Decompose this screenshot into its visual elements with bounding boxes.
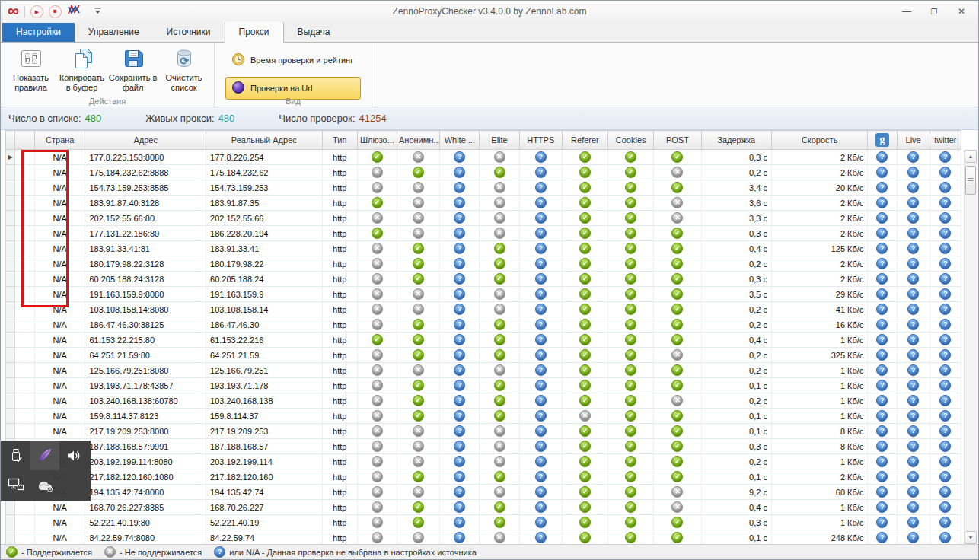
feather-icon[interactable] — [35, 446, 55, 466]
tab-sources[interactable]: Источники — [153, 23, 225, 42]
scroll-up-button[interactable]: ▲ — [965, 150, 977, 163]
proxy-row[interactable]: ▶N/A177.8.225.153:8080177.8.226.254http✓… — [6, 150, 961, 165]
proxy-row[interactable]: N/A61.153.22.215:8061.153.22.216http✓✓?✓… — [6, 332, 961, 348]
copy-to-clipboard-button[interactable]: Копировать в буфер — [56, 45, 107, 95]
row-header-cell[interactable] — [6, 378, 15, 393]
tab-settings[interactable]: Настройки — [2, 23, 75, 42]
close-button[interactable]: ✕ — [948, 3, 975, 20]
column-header-anonymous[interactable]: Анонимн... — [397, 131, 439, 150]
row-header-cell[interactable] — [6, 500, 15, 515]
select-cell[interactable] — [15, 211, 35, 226]
select-cell[interactable] — [15, 424, 35, 439]
usb-device-icon[interactable] — [8, 447, 24, 464]
column-header-cookies[interactable]: Cookies — [608, 131, 654, 150]
proxy-row[interactable]: N/A60.205.188.24:312860.205.188.24http✕✓… — [6, 272, 961, 287]
select-cell[interactable] — [15, 150, 35, 165]
proxy-row[interactable]: N/A193.193.71.178:43857193.193.71.178htt… — [6, 378, 961, 393]
select-cell[interactable] — [15, 302, 35, 317]
select-cell[interactable] — [15, 256, 35, 272]
column-header-address[interactable]: Адрес — [85, 131, 206, 150]
tab-output[interactable]: Выдача — [284, 23, 344, 42]
select-cell[interactable] — [15, 515, 35, 530]
row-header-cell[interactable] — [6, 165, 15, 180]
column-header-live[interactable]: Live — [897, 131, 930, 150]
row-header-cell[interactable] — [6, 287, 15, 302]
check-time-rating-button[interactable]: Время проверки и рейтинг — [225, 49, 361, 72]
select-cell[interactable] — [15, 348, 35, 363]
proxy-row[interactable]: N/A177.131.22.186:80186.228.20.194http✓✕… — [6, 226, 961, 241]
row-header-cell[interactable] — [6, 424, 15, 439]
show-rules-button[interactable]: Показать правила — [5, 45, 56, 95]
select-cell[interactable] — [15, 241, 35, 256]
column-header-type[interactable]: Тип — [322, 131, 357, 150]
proxy-row[interactable]: N/A159.8.114.37:8123159.8.114.37http✕✓?✓… — [6, 409, 961, 424]
proxy-row[interactable]: N/A52.221.40.19:8052.221.40.19http✕✓?✓?✓… — [6, 515, 961, 530]
proxy-row[interactable]: N/A191.163.159.9:8080191.163.159.9http✕✕… — [6, 287, 961, 302]
row-header-cell[interactable] — [6, 317, 15, 332]
column-header-post[interactable]: POST — [654, 131, 701, 150]
select-cell[interactable] — [15, 317, 35, 332]
customize-toolbar-icon[interactable] — [94, 5, 102, 18]
row-header-cell[interactable] — [6, 272, 15, 287]
vertical-scrollbar[interactable]: ▲ ▼ — [964, 150, 977, 544]
select-cell[interactable] — [15, 287, 35, 302]
select-cell[interactable] — [15, 530, 35, 545]
play-button[interactable]: ▶ — [30, 5, 43, 18]
proxy-row[interactable]: N/A183.91.33.41:81183.91.33.41http✕✓?✓?✓… — [6, 241, 961, 256]
column-header-row-header[interactable] — [6, 131, 15, 150]
proxy-row[interactable]: N/A154.73.159.253:8585154.73.159.253http… — [6, 180, 961, 196]
scroll-thumb[interactable] — [965, 166, 976, 195]
column-header-real-address[interactable]: Реальный Адрес — [206, 131, 323, 150]
save-to-file-button[interactable]: Сохранить в файл — [107, 45, 158, 95]
select-cell[interactable] — [15, 500, 35, 515]
proxy-row[interactable]: N/A84.22.59.74:808084.22.59.74http✕✕?✕?✓… — [6, 530, 961, 545]
proxy-row[interactable]: N/A194.135.42.74:8080194.135.42.74http✕✕… — [6, 485, 961, 500]
clear-list-button[interactable]: ⟳Очистить список — [158, 45, 209, 95]
speaker-icon[interactable] — [65, 447, 82, 464]
column-header-elite[interactable]: Elite — [480, 131, 519, 150]
stop-button[interactable]: ■ — [49, 5, 62, 18]
proxy-row[interactable]: N/A125.166.79.251:8080125.166.79.251http… — [6, 363, 961, 378]
column-header-select[interactable] — [15, 131, 35, 150]
current-row-marker[interactable]: ▶ — [6, 150, 15, 165]
proxy-row[interactable]: N/A186.47.46.30:38125186.47.46.30http✕✓?… — [6, 317, 961, 332]
proxy-row[interactable]: N/A168.70.26.227:8385168.70.26.227http✕✓… — [6, 500, 961, 515]
chart-icon[interactable] — [67, 4, 81, 19]
select-cell[interactable] — [15, 196, 35, 211]
select-cell[interactable] — [15, 378, 35, 393]
column-header-twitter[interactable]: twitter — [930, 131, 961, 150]
row-header-cell[interactable] — [6, 363, 15, 378]
proxy-row[interactable]: N/A202.152.55.66:80202.152.55.66http✕✕?✕… — [6, 211, 961, 226]
swirl-app-icon[interactable] — [36, 476, 54, 493]
proxy-row[interactable]: N/A103.108.158.14:8080103.108.158.14http… — [6, 302, 961, 317]
proxy-row[interactable]: N/A180.179.98.22:3128180.179.98.22http✕✓… — [6, 256, 961, 272]
minimize-button[interactable]: — — [893, 3, 920, 20]
row-header-cell[interactable] — [6, 226, 15, 241]
proxy-row[interactable]: N/A217.19.209.253:8080217.19.209.253http… — [6, 424, 961, 439]
column-header-delay[interactable]: Задержка — [701, 131, 771, 150]
column-header-gateway[interactable]: Шлюзо... — [357, 131, 397, 150]
column-header-white[interactable]: White ... — [440, 131, 480, 150]
row-header-cell[interactable] — [6, 302, 15, 317]
tab-proxy[interactable]: Прокси — [225, 21, 284, 43]
row-header-cell[interactable] — [6, 515, 15, 530]
row-header-cell[interactable] — [6, 256, 15, 272]
scroll-down-button[interactable]: ▼ — [965, 531, 977, 544]
maximize-button[interactable]: ❒ — [920, 3, 948, 20]
row-header-cell[interactable] — [6, 530, 15, 545]
select-cell[interactable] — [15, 272, 35, 287]
proxy-row[interactable]: N/A203.192.199.114:8080203.192.199.114ht… — [6, 454, 961, 469]
column-header-google[interactable]: g — [868, 131, 897, 150]
row-header-cell[interactable] — [6, 211, 15, 226]
column-header-country[interactable]: Страна — [35, 131, 85, 150]
proxy-row[interactable]: N/A183.91.87.40:3128183.91.87.35http✓✕?✕… — [6, 196, 961, 211]
proxy-row[interactable]: N/A217.182.120.160:1080217.182.120.160ht… — [6, 469, 961, 485]
select-cell[interactable] — [15, 165, 35, 180]
proxy-row[interactable]: N/A103.240.168.138:60780103.240.168.138h… — [6, 393, 961, 409]
proxy-row[interactable]: N/A187.188.168.57:9991187.188.168.57http… — [6, 439, 961, 454]
row-header-cell[interactable] — [6, 196, 15, 211]
row-header-cell[interactable] — [6, 409, 15, 424]
proxy-row[interactable]: N/A175.184.232.62:8888175.184.232.62http… — [6, 165, 961, 180]
row-header-cell[interactable] — [6, 393, 15, 409]
select-cell[interactable] — [15, 409, 35, 424]
